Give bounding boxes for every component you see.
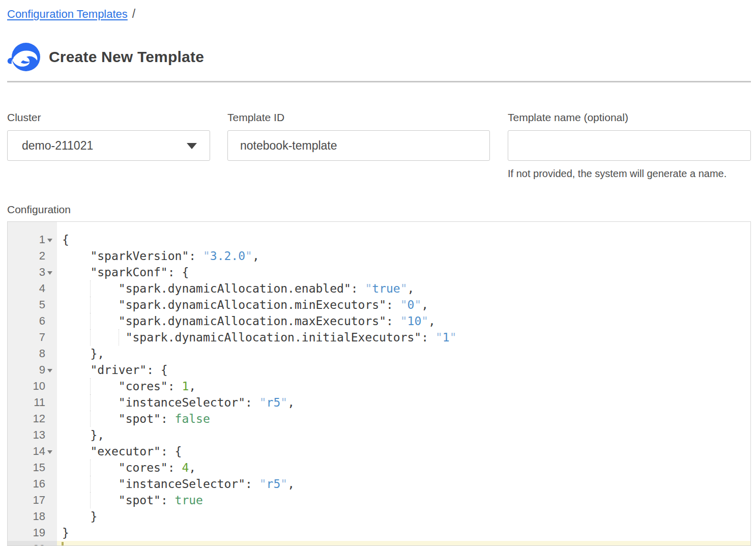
code-line-9[interactable]: "driver": { bbox=[57, 362, 750, 378]
gutter-line-number: 6 bbox=[8, 313, 57, 329]
indent-guide bbox=[90, 459, 91, 476]
fold-widget-slot[interactable] bbox=[45, 443, 54, 459]
indent-guide bbox=[90, 378, 91, 394]
fold-widget-slot bbox=[45, 427, 54, 443]
fold-widget-slot bbox=[45, 394, 54, 411]
gutter-line-number: 4 bbox=[8, 280, 57, 297]
code-line-1[interactable]: { bbox=[57, 232, 750, 248]
indent-guide bbox=[90, 411, 91, 427]
gutter-line-number[interactable]: 1 bbox=[8, 232, 57, 248]
code-line-17[interactable]: "spot": true bbox=[57, 492, 750, 508]
gutter-line-number: 8 bbox=[8, 346, 57, 362]
code-line-10[interactable]: "cores": 1, bbox=[57, 378, 750, 394]
gutter-line-number: 11 bbox=[8, 394, 57, 411]
code-line-15[interactable]: "cores": 4, bbox=[57, 459, 750, 476]
fold-widget-slot bbox=[45, 297, 54, 313]
template-name-helper-text: If not provided, the system will generat… bbox=[508, 168, 751, 180]
line-number: 15 bbox=[33, 461, 45, 474]
code-line-7[interactable]: "spark.dynamicAllocation.initialExecutor… bbox=[57, 329, 750, 346]
indent-guide bbox=[90, 297, 91, 313]
gutter-line-number: 18 bbox=[8, 508, 57, 525]
cluster-select[interactable]: demo-211021 bbox=[7, 130, 210, 161]
fold-widget-slot bbox=[45, 492, 54, 508]
line-number: 11 bbox=[34, 396, 45, 409]
code-line-12[interactable]: "spot": false bbox=[57, 411, 750, 427]
fold-widget-slot[interactable] bbox=[45, 264, 54, 280]
code-line-11[interactable]: "instanceSelector": "r5", bbox=[57, 394, 750, 411]
line-number: 10 bbox=[33, 380, 45, 393]
line-number: 16 bbox=[33, 477, 45, 491]
line-number: 19 bbox=[33, 526, 45, 539]
fold-arrow-icon[interactable] bbox=[47, 450, 52, 454]
line-number: 7 bbox=[39, 331, 45, 344]
gutter-line-number[interactable]: 14 bbox=[8, 443, 57, 459]
code-line-5[interactable]: "spark.dynamicAllocation.minExecutors": … bbox=[57, 297, 750, 313]
template-id-label: Template ID bbox=[227, 111, 490, 124]
line-number: 12 bbox=[33, 412, 45, 425]
template-name-field: Template name (optional) If not provided… bbox=[508, 111, 751, 180]
configuration-label: Configuration bbox=[7, 204, 751, 216]
indent-guide bbox=[90, 280, 91, 297]
gutter-line-number[interactable]: 9 bbox=[8, 362, 57, 378]
fold-widget-slot bbox=[45, 378, 54, 394]
gutter-line-number: 12 bbox=[8, 411, 57, 427]
line-number: 5 bbox=[39, 298, 45, 311]
template-id-input[interactable] bbox=[227, 130, 490, 161]
fold-widget-slot bbox=[45, 459, 54, 476]
page-title: Create New Template bbox=[49, 48, 204, 66]
gutter-line-number: 20 bbox=[8, 541, 57, 546]
line-number: 3 bbox=[39, 266, 45, 279]
line-number: 2 bbox=[39, 249, 45, 263]
gutter-line-number[interactable]: 3 bbox=[8, 264, 57, 280]
gutter-line-number: 5 bbox=[8, 297, 57, 313]
ocean-wave-logo-icon bbox=[7, 41, 41, 73]
code-line-13[interactable]: }, bbox=[57, 427, 750, 443]
line-number: 13 bbox=[33, 428, 45, 442]
indent-guide bbox=[90, 394, 91, 411]
code-line-2[interactable]: "sparkVersion": "3.2.0", bbox=[57, 248, 750, 264]
header-divider bbox=[7, 81, 751, 82]
page-header: Create New Template bbox=[7, 41, 751, 73]
indent-guide bbox=[119, 329, 119, 346]
code-line-4[interactable]: "spark.dynamicAllocation.enabled": "true… bbox=[57, 280, 750, 297]
fold-arrow-icon[interactable] bbox=[47, 239, 52, 242]
fold-widget-slot[interactable] bbox=[45, 362, 54, 378]
gutter-line-number: 2 bbox=[8, 248, 57, 264]
fold-widget-slot bbox=[45, 476, 54, 492]
code-line-6[interactable]: "spark.dynamicAllocation.maxExecutors": … bbox=[57, 313, 750, 329]
indent-guide bbox=[90, 313, 91, 329]
code-line-16[interactable]: "instanceSelector": "r5", bbox=[57, 476, 750, 492]
code-line-20[interactable] bbox=[57, 541, 750, 546]
template-name-input[interactable] bbox=[508, 130, 751, 161]
code-line-19[interactable]: } bbox=[57, 525, 750, 541]
cluster-label: Cluster bbox=[7, 111, 210, 124]
gutter-line-number: 17 bbox=[8, 492, 57, 508]
breadcrumb-separator: / bbox=[132, 7, 135, 20]
breadcrumb-link-configuration-templates[interactable]: Configuration Templates bbox=[7, 8, 128, 20]
code-line-18[interactable]: } bbox=[57, 508, 750, 525]
fold-widget-slot[interactable] bbox=[45, 232, 54, 248]
fold-widget-slot bbox=[45, 248, 54, 264]
editor-code[interactable]: { "sparkVersion": "3.2.0", "sparkConf": … bbox=[57, 222, 750, 546]
gutter-line-number: 16 bbox=[8, 476, 57, 492]
fold-arrow-icon[interactable] bbox=[47, 271, 52, 275]
fold-widget-slot bbox=[45, 508, 54, 525]
gutter-line-number: 7 bbox=[8, 329, 57, 346]
text-cursor bbox=[62, 542, 64, 546]
page: Configuration Templates/ Create New Temp… bbox=[0, 0, 756, 546]
gutter-line-number: 19 bbox=[8, 525, 57, 541]
line-number: 8 bbox=[39, 347, 45, 360]
fold-widget-slot bbox=[45, 329, 54, 346]
code-line-3[interactable]: "sparkConf": { bbox=[57, 264, 750, 280]
template-form: Cluster demo-211021 Template ID Template… bbox=[7, 111, 751, 180]
line-number: 18 bbox=[33, 510, 45, 523]
code-line-14[interactable]: "executor": { bbox=[57, 443, 750, 459]
cluster-field: Cluster demo-211021 bbox=[7, 111, 210, 180]
indent-guide bbox=[90, 492, 91, 508]
fold-widget-slot bbox=[45, 313, 54, 329]
fold-widget-slot bbox=[45, 346, 54, 362]
code-line-8[interactable]: }, bbox=[57, 346, 750, 362]
fold-arrow-icon[interactable] bbox=[47, 369, 52, 372]
gutter-line-number: 10 bbox=[8, 378, 57, 394]
configuration-code-editor[interactable]: 1234567891011121314151617181920 { "spark… bbox=[7, 221, 751, 546]
